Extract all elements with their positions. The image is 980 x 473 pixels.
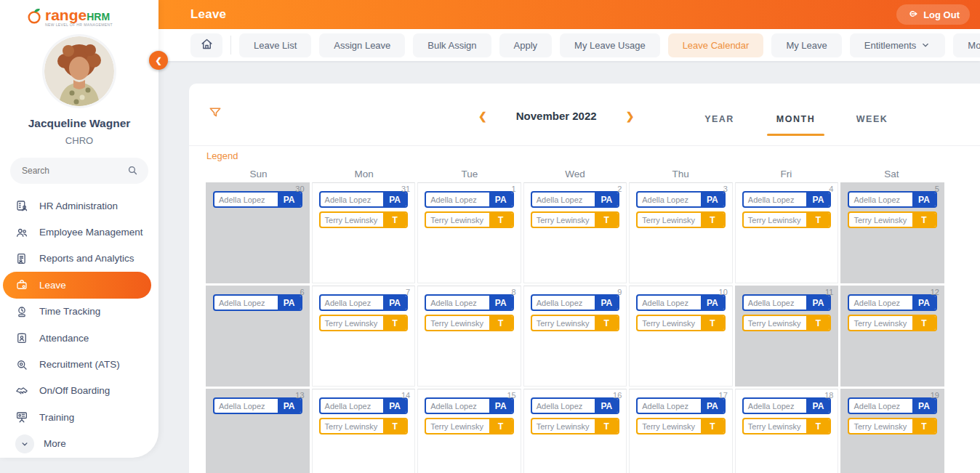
leave-entry[interactable]: Adella LopezPA	[531, 397, 620, 414]
previous-month-button[interactable]: ❮	[478, 110, 487, 122]
calendar-day-cell[interactable]: 1Adella LopezPATerry LewinskyT	[417, 182, 521, 283]
leave-entry[interactable]: Adella LopezPA	[636, 397, 726, 414]
calendar-day-cell[interactable]: 2Adella LopezPATerry LewinskyT	[523, 182, 627, 283]
avatar[interactable]	[44, 36, 114, 106]
tab-bulk-assign[interactable]: Bulk Assign	[413, 33, 491, 57]
leave-entry-name: Adella Lopez	[426, 399, 489, 413]
sidebar-item-recruitment-ats[interactable]: Recruitment (ATS)	[0, 351, 158, 377]
orangehrm-logo: rangeHRM NEW LEVEL OF HR MANAGEMENT	[0, 0, 158, 28]
leave-entry[interactable]: Adella LopezPA	[319, 294, 409, 311]
leave-entry-name: Terry Lewinsky	[638, 213, 701, 227]
calendar-day-cell[interactable]: 6Adella LopezPA	[206, 286, 310, 387]
leave-entry[interactable]: Terry LewinskyT	[531, 211, 620, 228]
sidebar-item-hr-administration[interactable]: HR Administration	[0, 193, 158, 219]
leave-entry[interactable]: Terry LewinskyT	[425, 418, 514, 434]
view-tab-month[interactable]: MONTH	[758, 107, 834, 136]
leave-entry[interactable]: Terry LewinskyT	[742, 418, 832, 434]
calendar-day-cell[interactable]: 9Adella LopezPATerry LewinskyT	[523, 286, 627, 387]
calendar-day-cell[interactable]: 15Adella LopezPATerry LewinskyT	[417, 389, 521, 473]
calendar-day-cell[interactable]: 10Adella LopezPATerry LewinskyT	[629, 286, 733, 387]
leave-entry[interactable]: Adella LopezPA	[636, 191, 726, 208]
tab-leave-calendar[interactable]: Leave Calendar	[668, 33, 764, 57]
leave-entry[interactable]: Terry LewinskyT	[319, 418, 409, 434]
leave-entry[interactable]: Adella LopezPA	[742, 397, 832, 414]
calendar-day-cell[interactable]: 14Adella LopezPATerry LewinskyT	[312, 389, 416, 473]
calendar-day-cell[interactable]: 31Adella LopezPATerry LewinskyT	[312, 182, 416, 283]
calendar-day-cell[interactable]: 16Adella LopezPATerry LewinskyT	[523, 389, 627, 473]
leave-entry[interactable]: Adella LopezPA	[636, 294, 726, 311]
leave-entry[interactable]: Terry LewinskyT	[531, 315, 620, 331]
sidebar-collapse-button[interactable]: ❮	[149, 51, 168, 70]
leave-entry[interactable]: Adella LopezPA	[319, 191, 409, 208]
leave-badge: PA	[806, 296, 830, 310]
leave-entry[interactable]: Terry LewinskyT	[742, 211, 832, 228]
leave-entry[interactable]: Terry LewinskyT	[425, 315, 514, 331]
leave-entry[interactable]: Terry LewinskyT	[636, 211, 726, 228]
home-button[interactable]	[190, 33, 222, 57]
leave-badge: PA	[595, 399, 618, 413]
leave-entry[interactable]: Adella LopezPA	[319, 397, 409, 414]
logout-button[interactable]: Log Out	[896, 4, 970, 25]
calendar-day-cell[interactable]: 17Adella LopezPATerry LewinskyT	[629, 389, 733, 473]
tab-apply[interactable]: Apply	[499, 33, 553, 57]
sidebar-item-on-off-boarding[interactable]: On/Off Boarding	[0, 378, 158, 404]
leave-entry[interactable]: Adella LopezPA	[425, 294, 514, 311]
leave-entry[interactable]: Adella LopezPA	[848, 294, 937, 311]
leave-entry[interactable]: Adella LopezPA	[213, 191, 302, 208]
leave-entry-name: Adella Lopez	[426, 193, 489, 206]
sidebar-item-employee-management[interactable]: Employee Management	[0, 219, 158, 245]
tab-my-leave[interactable]: My Leave	[771, 33, 841, 57]
leave-entry[interactable]: Terry LewinskyT	[742, 315, 832, 331]
leave-entry[interactable]: Adella LopezPA	[742, 191, 832, 208]
calendar-day-cell[interactable]: 18Adella LopezPATerry LewinskyT	[735, 389, 839, 473]
calendar-day-cell[interactable]: 11Adella LopezPATerry LewinskyT	[735, 286, 839, 387]
view-tab-year[interactable]: YEAR	[681, 107, 758, 136]
calendar-day-cell[interactable]: 4Adella LopezPATerry LewinskyT	[735, 182, 839, 283]
report-icon	[15, 252, 30, 265]
sidebar-item-attendance[interactable]: Attendance	[0, 325, 158, 351]
leave-entry[interactable]: Terry LewinskyT	[319, 315, 409, 331]
leave-entry[interactable]: Terry LewinskyT	[848, 211, 937, 228]
calendar-day-cell[interactable]: 8Adella LopezPATerry LewinskyT	[417, 286, 521, 387]
leave-entry[interactable]: Adella LopezPA	[425, 397, 514, 414]
calendar-day-cell[interactable]: 30Adella LopezPA	[206, 182, 310, 283]
tab-assign-leave[interactable]: Assign Leave	[319, 33, 405, 57]
leave-entry[interactable]: Adella LopezPA	[531, 191, 620, 208]
leave-entry[interactable]: Terry LewinskyT	[636, 418, 726, 434]
tab-entitlements[interactable]: Entitlements	[850, 33, 946, 57]
calendar-day-cell[interactable]: 13Adella LopezPA	[206, 389, 310, 473]
leave-entry[interactable]: Adella LopezPA	[848, 397, 937, 414]
sidebar-item-training[interactable]: Training	[0, 404, 158, 430]
day-number: 9	[617, 288, 622, 296]
leave-entry[interactable]: Adella LopezPA	[531, 294, 620, 311]
leave-entry[interactable]: Terry LewinskyT	[848, 315, 937, 331]
leave-entry[interactable]: Adella LopezPA	[213, 294, 302, 311]
tab-more[interactable]: More	[953, 33, 980, 57]
leave-entry[interactable]: Adella LopezPA	[425, 191, 514, 208]
view-tab-week[interactable]: WEEK	[834, 107, 910, 136]
leave-entry[interactable]: Adella LopezPA	[742, 294, 832, 311]
sidebar-item-time-tracking[interactable]: Time Tracking	[0, 299, 158, 325]
next-month-button[interactable]: ❯	[626, 110, 635, 122]
calendar-day-cell[interactable]: 12Adella LopezPATerry LewinskyT	[840, 286, 944, 387]
leave-entry[interactable]: Terry LewinskyT	[531, 418, 620, 434]
leave-entry[interactable]: Terry LewinskyT	[636, 315, 726, 331]
leave-badge: T	[806, 419, 830, 433]
legend-toggle[interactable]: Legend	[206, 150, 238, 161]
sidebar-item-more[interactable]: More	[0, 431, 158, 457]
leave-entry[interactable]: Terry LewinskyT	[848, 418, 937, 434]
sidebar-item-reports-and-analytics[interactable]: Reports and Analytics	[0, 246, 158, 272]
leave-entry[interactable]: Terry LewinskyT	[425, 211, 514, 228]
leave-entry[interactable]: Terry LewinskyT	[319, 211, 409, 228]
day-entries: Adella LopezPA	[206, 286, 309, 311]
sidebar-item-leave[interactable]: Leave	[3, 272, 151, 298]
calendar-day-cell[interactable]: 19Adella LopezPATerry LewinskyT	[840, 389, 944, 473]
filter-button[interactable]	[208, 105, 222, 123]
tab-my-leave-usage[interactable]: My Leave Usage	[560, 33, 660, 57]
calendar-day-cell[interactable]: 7Adella LopezPATerry LewinskyT	[312, 286, 416, 387]
calendar-day-cell[interactable]: 5Adella LopezPATerry LewinskyT	[840, 182, 944, 283]
leave-entry[interactable]: Adella LopezPA	[213, 397, 302, 414]
leave-entry[interactable]: Adella LopezPA	[848, 191, 937, 208]
calendar-day-cell[interactable]: 3Adella LopezPATerry LewinskyT	[629, 182, 733, 283]
tab-leave-list[interactable]: Leave List	[239, 33, 311, 57]
